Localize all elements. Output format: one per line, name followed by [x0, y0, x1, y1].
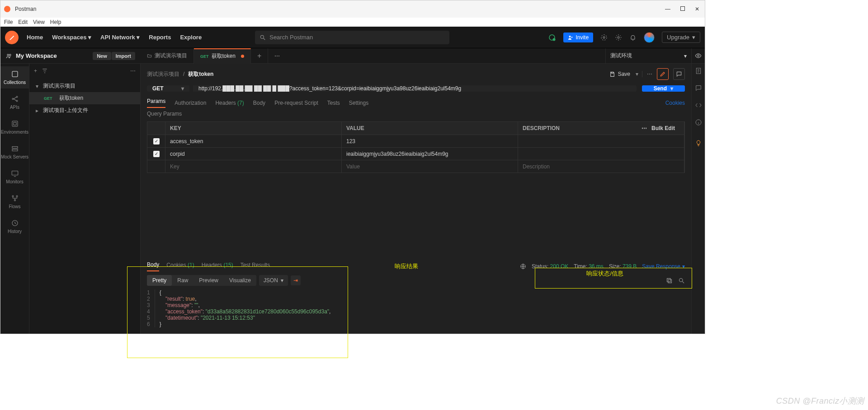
chevron-down-icon: ▾: [636, 71, 638, 77]
add-button[interactable]: +: [34, 68, 37, 74]
copy-icon[interactable]: [666, 277, 673, 284]
chevron-right-icon: ▸: [36, 107, 40, 114]
capture-icon[interactable]: [600, 34, 608, 41]
env-quicklook[interactable]: [691, 48, 705, 64]
tab-body[interactable]: Body: [253, 100, 265, 106]
svg-point-10: [698, 55, 699, 57]
more-icon[interactable]: ⋯: [647, 71, 652, 77]
more-icon[interactable]: ⋯: [642, 125, 647, 131]
bulk-edit-link[interactable]: Bulk Edit: [651, 125, 675, 131]
tab-auth[interactable]: Authorization: [175, 100, 206, 106]
param-row[interactable]: ✓ corpid ieaibiaiggmjyu3a98uz26ieaibiaig…: [147, 147, 684, 160]
topbar: Home Workspaces ▾ API Network ▾ Reports …: [0, 27, 705, 48]
resp-tab-headers[interactable]: Headers (15): [202, 262, 233, 271]
tab-options[interactable]: ⋯: [268, 48, 286, 64]
postman-logo[interactable]: [5, 31, 19, 44]
save-button[interactable]: Save▾: [609, 71, 642, 77]
import-button[interactable]: Import: [112, 52, 135, 60]
method-badge: GET: [200, 54, 209, 59]
param-row-new[interactable]: Key Value Description: [147, 160, 684, 172]
search-input[interactable]: Search Postman: [255, 31, 449, 44]
code-icon[interactable]: [695, 102, 702, 109]
query-params-heading: Query Params: [141, 108, 691, 120]
tab-tests[interactable]: Tests: [327, 100, 340, 106]
view-visualize[interactable]: Visualize: [224, 275, 256, 286]
view-raw[interactable]: Raw: [172, 275, 193, 286]
maximize-button[interactable]: [680, 6, 685, 12]
nav-home[interactable]: Home: [27, 34, 43, 41]
comment-icon[interactable]: [673, 68, 685, 80]
tab-settings[interactable]: Settings: [349, 100, 368, 106]
settings-icon[interactable]: [615, 34, 622, 41]
environment-select[interactable]: 测试环境 ▾: [605, 48, 691, 64]
tab-prerequest[interactable]: Pre-request Script: [274, 100, 318, 106]
menu-edit[interactable]: Edit: [18, 19, 28, 25]
checkbox[interactable]: ✓: [153, 151, 160, 157]
search-icon[interactable]: [678, 277, 685, 284]
menu-file[interactable]: File: [4, 19, 13, 25]
nav-reports[interactable]: Reports: [149, 34, 171, 41]
upgrade-button[interactable]: Upgrade ▾: [662, 32, 700, 43]
rail-history[interactable]: History: [0, 215, 29, 238]
globe-icon[interactable]: [520, 263, 526, 270]
info-icon[interactable]: [695, 119, 702, 126]
tab-headers[interactable]: Headers (7): [215, 100, 244, 106]
new-tab-button[interactable]: +: [251, 48, 268, 64]
sync-icon[interactable]: [548, 33, 556, 42]
docs-icon[interactable]: [695, 67, 702, 75]
invite-button[interactable]: Invite: [563, 33, 593, 42]
window-title: Postman: [15, 6, 36, 12]
resp-tab-cookies[interactable]: Cookies (1): [166, 262, 194, 271]
filter-icon[interactable]: [42, 68, 48, 74]
minimize-button[interactable]: —: [665, 6, 670, 12]
svg-point-5: [603, 37, 605, 38]
checkbox[interactable]: ✓: [153, 138, 160, 144]
view-preview[interactable]: Preview: [193, 275, 224, 286]
chevron-down-icon: ▾: [88, 34, 91, 41]
close-button[interactable]: ✕: [695, 6, 699, 12]
user-plus-icon: [568, 35, 573, 40]
nav-api-network[interactable]: API Network ▾: [100, 34, 140, 41]
rail-apis[interactable]: APIs: [0, 91, 29, 113]
url-input[interactable]: [193, 85, 637, 92]
comments-icon[interactable]: [695, 84, 702, 92]
save-response-button[interactable]: Save Response ▾: [642, 263, 685, 270]
more-icon[interactable]: ⋯: [130, 68, 136, 74]
search-placeholder: Search Postman: [269, 34, 313, 41]
send-button[interactable]: Send▾: [642, 85, 685, 92]
rail-mock-servers[interactable]: Mock Servers: [0, 141, 29, 163]
cookies-link[interactable]: Cookies: [665, 100, 685, 106]
workspace-name[interactable]: My Workspace: [16, 52, 57, 59]
method-select[interactable]: GET▾: [147, 85, 189, 92]
new-button[interactable]: New: [93, 52, 111, 60]
menubar: File Edit View Help: [0, 18, 705, 27]
resp-tab-tests[interactable]: Test Results: [241, 262, 270, 271]
wrap-toggle[interactable]: ⇥: [291, 275, 301, 285]
breadcrumb-parent[interactable]: 测试演示项目: [147, 70, 179, 78]
menu-view[interactable]: View: [33, 19, 45, 25]
tree-project[interactable]: ▾测试演示项目: [29, 80, 140, 92]
edit-icon[interactable]: [657, 68, 669, 80]
tab-get-token[interactable]: GET 获取token: [194, 48, 251, 64]
nav-explore[interactable]: Explore: [180, 34, 202, 41]
status-label: Status: 200 OK: [532, 263, 568, 270]
rail-flows[interactable]: Flows: [0, 191, 29, 213]
nav-workspaces[interactable]: Workspaces ▾: [52, 34, 91, 41]
view-pretty[interactable]: Pretty: [147, 275, 172, 286]
tab-params[interactable]: Params: [147, 98, 165, 108]
tree-upload[interactable]: ▸测试项目-上传文件: [29, 104, 140, 116]
bell-icon[interactable]: [629, 34, 637, 41]
lightbulb-icon[interactable]: [695, 140, 702, 147]
resp-tab-body[interactable]: Body: [147, 261, 159, 271]
menu-help[interactable]: Help: [50, 19, 61, 25]
rail-monitors[interactable]: Monitors: [0, 166, 29, 188]
avatar[interactable]: [644, 32, 655, 43]
tab-project[interactable]: 测试演示项目: [141, 48, 194, 64]
response-body[interactable]: 123456 { "result": true, "message": "", …: [141, 289, 691, 334]
annotation-result: 响应结果: [395, 262, 418, 270]
format-select[interactable]: JSON▾: [259, 275, 288, 286]
rail-collections[interactable]: Collections: [0, 66, 29, 89]
rail-environments[interactable]: Environments: [0, 116, 29, 138]
param-row[interactable]: ✓ access_token 123: [147, 135, 684, 147]
tree-get-token[interactable]: GET 获取token: [29, 92, 140, 104]
